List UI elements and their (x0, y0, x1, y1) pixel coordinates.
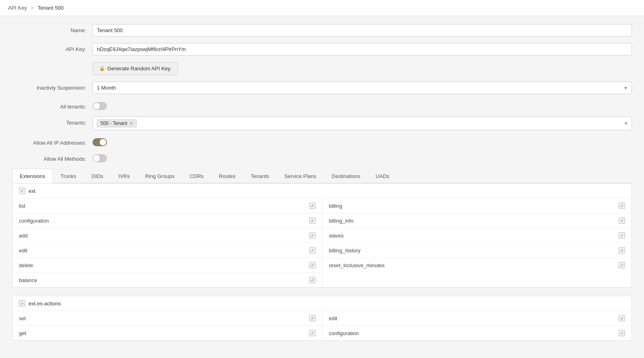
tab-ring-groups[interactable]: Ring Groups (137, 169, 182, 183)
allow-ip-toggle[interactable] (92, 138, 107, 146)
permission-item-configuration: configuration✓ (12, 213, 322, 228)
permission-checkbox-right-billing_info[interactable]: ✓ (619, 217, 625, 224)
permission-checkbox-edit[interactable]: ✓ (309, 247, 316, 254)
tab-cdrs[interactable]: CDRs (182, 169, 211, 183)
tenants-label: Tenants: (12, 117, 92, 126)
permission-checkbox-right-configuration[interactable]: ✓ (619, 330, 625, 336)
tab-dids[interactable]: DIDs (84, 169, 111, 183)
breadcrumb-separator: > (31, 5, 34, 11)
tab-extensions[interactable]: Extensions (12, 169, 53, 183)
inactivity-row: Inactivty Suspension: 1 Month 3 Months 6… (12, 82, 632, 94)
permission-name-right-configuration: configuration (329, 330, 359, 336)
tab-ivrs[interactable]: IVRs (111, 169, 137, 183)
permission-checkbox-set[interactable]: ✓ (309, 315, 316, 321)
tenants-field[interactable]: 500 - Tenant × ▼ (92, 117, 632, 130)
permission-name-delete: delete (19, 262, 33, 268)
tab-trunks[interactable]: Trunks (53, 169, 84, 183)
tab-uads[interactable]: UADs (368, 169, 397, 183)
generate-row: 🔒 Generate Random API Key. (12, 62, 632, 75)
permission-name-add: add (19, 233, 28, 239)
permission-item-set: set✓ (12, 311, 322, 326)
inactivity-select[interactable]: 1 Month 3 Months 6 Months Never (92, 82, 632, 94)
permission-checkbox-get[interactable]: ✓ (309, 330, 316, 336)
permission-checkbox-list[interactable]: ✓ (309, 203, 316, 209)
check-icon: ✓ (21, 189, 24, 193)
allow-ip-slider (92, 138, 107, 146)
check-icon: ✓ (620, 248, 623, 253)
permission-checkbox-right-reset_inclusive_minutes[interactable]: ✓ (619, 262, 625, 268)
permission-name-right-billing_info: billing_info (329, 218, 353, 224)
permission-name-right-billing: billing (329, 203, 342, 209)
permission-checkbox-configuration[interactable]: ✓ (309, 217, 316, 224)
allow-ip-row: Allow All IP Addresses: (12, 137, 632, 146)
tabs-bar: ExtensionsTrunksDIDsIVRsRing GroupsCDRsR… (12, 169, 632, 183)
section-checkbox-ext-es-actions[interactable]: ✓ (19, 300, 25, 307)
check-icon: ✓ (311, 219, 314, 223)
allow-ip-label: Allow All IP Addresses: (12, 137, 92, 146)
api-key-label: API Key: (12, 43, 92, 52)
tab-service-plans[interactable]: Service Plans (277, 169, 324, 183)
check-icon: ✓ (620, 219, 623, 223)
section-ext: ✓extlist✓configuration✓add✓edit✓delete✓b… (12, 183, 632, 288)
section-header-ext: ✓ext (12, 184, 632, 198)
permission-item-delete: delete✓ (12, 258, 322, 273)
api-key-input[interactable] (92, 43, 632, 55)
generate-button-label: Generate Random API Key. (107, 65, 171, 72)
permission-checkbox-right-billing_history[interactable]: ✓ (619, 247, 625, 254)
allow-methods-row: Allow All Methods: (12, 153, 632, 162)
permission-item-right-slaves: slaves✓ (322, 228, 632, 243)
permission-checkbox-balance[interactable]: ✓ (309, 277, 316, 283)
check-icon: ✓ (311, 233, 314, 238)
generate-api-key-button[interactable]: 🔒 Generate Random API Key. (92, 62, 178, 75)
permission-item-add: add✓ (12, 228, 322, 243)
check-icon: ✓ (311, 316, 314, 321)
check-icon: ✓ (620, 233, 623, 238)
permission-item-edit: edit✓ (12, 243, 322, 258)
tenant-tag: 500 - Tenant × (97, 119, 137, 127)
allow-methods-label: Allow All Methods: (12, 153, 92, 162)
permission-name-right-edit: edit (329, 315, 337, 321)
permission-name-list: list (19, 203, 25, 209)
permission-grid-ext: list✓configuration✓add✓edit✓delete✓balan… (12, 198, 632, 287)
tenant-tag-remove[interactable]: × (130, 121, 133, 126)
all-tenants-toggle[interactable] (92, 102, 107, 110)
tab-routes[interactable]: Routes (211, 169, 243, 183)
tab-destinations[interactable]: Destinations (324, 169, 368, 183)
permission-name-right-slaves: slaves (329, 233, 344, 239)
inactivity-label: Inactivty Suspension: (12, 82, 92, 91)
permission-name-right-reset_inclusive_minutes: reset_inclusive_minutes (329, 262, 385, 268)
permission-item-right-configuration: configuration✓ (322, 326, 632, 340)
tenant-tag-label: 500 - Tenant (100, 121, 127, 126)
permission-item-right-billing: billing✓ (322, 198, 632, 213)
section-title-ext-es-actions: ext.es-actions (29, 301, 61, 307)
name-input[interactable] (92, 24, 632, 37)
section-checkbox-ext[interactable]: ✓ (19, 188, 25, 194)
permission-name-edit: edit (19, 248, 27, 254)
name-row: Name: (12, 24, 632, 37)
tab-tenants[interactable]: Tenants (243, 169, 277, 183)
inactivity-select-wrapper: 1 Month 3 Months 6 Months Never ▼ (92, 82, 632, 94)
permission-name-get: get (19, 330, 26, 336)
check-icon: ✓ (311, 331, 314, 335)
permission-name-configuration: configuration (19, 218, 49, 224)
section-ext-es-actions: ✓ext.es-actionsset✓get✓edit✓configuratio… (12, 296, 632, 341)
all-tenants-slider (92, 102, 107, 110)
api-key-control (92, 43, 632, 55)
breadcrumb: API Key > Tenant 500 (0, 0, 644, 16)
permission-checkbox-right-billing[interactable]: ✓ (619, 203, 625, 209)
permission-checkbox-right-edit[interactable]: ✓ (619, 315, 625, 321)
name-label: Name: (12, 24, 92, 33)
permission-name-balance: balance (19, 277, 37, 283)
permission-checkbox-right-slaves[interactable]: ✓ (619, 232, 625, 239)
permission-checkbox-add[interactable]: ✓ (309, 232, 316, 239)
allow-methods-toggle[interactable] (92, 154, 107, 162)
inactivity-control: 1 Month 3 Months 6 Months Never ▼ (92, 82, 632, 94)
permission-checkbox-delete[interactable]: ✓ (309, 262, 316, 268)
name-control (92, 24, 632, 37)
permission-item-right-reset_inclusive_minutes: reset_inclusive_minutes✓ (322, 258, 632, 272)
permission-name-right-billing_history: billing_history (329, 248, 361, 254)
api-key-row: API Key: (12, 43, 632, 55)
check-icon: ✓ (311, 248, 314, 253)
all-tenants-label: All tenants: (12, 100, 92, 110)
breadcrumb-parent[interactable]: API Key (8, 5, 27, 11)
